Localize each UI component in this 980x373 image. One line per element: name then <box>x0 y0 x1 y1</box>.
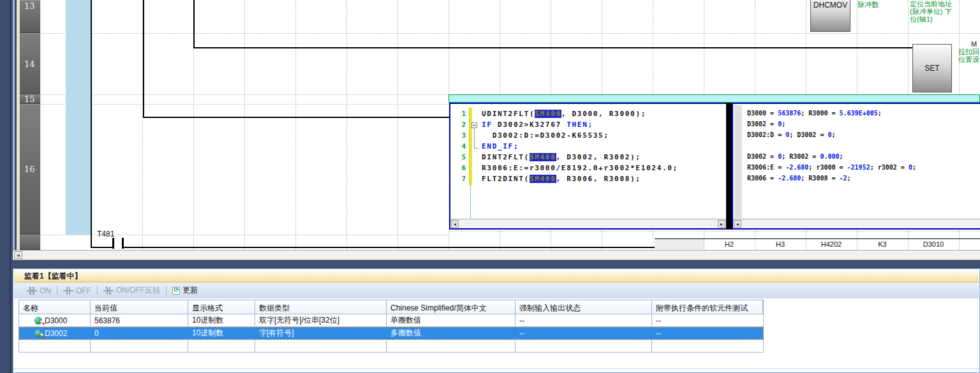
st-code-line[interactable]: 7FLT2DINT(SM400, R3006, R3008); <box>450 175 726 186</box>
toolbar-separator <box>166 286 167 295</box>
st-pane-splitter[interactable] <box>726 103 732 230</box>
watch-cell[interactable] <box>387 340 516 352</box>
cell-text: 0 <box>94 329 99 338</box>
watch-row[interactable] <box>19 340 764 353</box>
column-header[interactable]: 显示格式 <box>188 300 255 314</box>
refresh-button[interactable]: 更新 <box>168 284 202 297</box>
dhcmov-instruction-block[interactable]: DHCMOV <box>810 0 850 32</box>
off-button[interactable]: OFF <box>59 285 95 296</box>
contact-device-label[interactable]: T481 <box>97 230 114 238</box>
scroll-left-arrow-icon[interactable]: ◄ <box>14 251 22 259</box>
watch-title-bar[interactable]: 监看1【监看中】 <box>14 270 979 282</box>
watch-bottom-line <box>13 369 979 369</box>
cell-text: D3002 <box>45 329 67 338</box>
operand-cell[interactable]: D3010 <box>908 240 959 248</box>
display-format-cell[interactable]: 10进制数 <box>188 327 255 339</box>
grid-line <box>40 33 980 34</box>
column-header[interactable]: 附带执行条件的软元件测试 <box>652 300 763 314</box>
contact-off-icon <box>63 287 73 295</box>
ladder-wire <box>124 247 657 248</box>
st-code-editor[interactable]: 1UDINT2FLT(SM400, D3000, R3000);2IF D300… <box>449 103 727 230</box>
current-value-cell[interactable]: 0 <box>91 327 188 339</box>
grid-line <box>397 0 398 250</box>
grid-line <box>244 0 245 250</box>
st-line-number: 7 <box>453 175 466 183</box>
operand-cell[interactable]: K3 <box>857 240 908 248</box>
watch-cell[interactable] <box>652 340 763 352</box>
cell-text: -- <box>519 316 524 325</box>
device-name-cell[interactable]: D3000 <box>19 314 91 326</box>
operand-cell[interactable]: H4202 <box>806 240 857 248</box>
set-instruction-block[interactable]: SET <box>912 44 952 92</box>
watch-table: 名称当前值显示格式数据类型Chinese Simplified/简体中文强制输入… <box>19 300 764 353</box>
column-header[interactable]: Chinese Simplified/简体中文 <box>387 300 516 314</box>
st-monitor-pane[interactable]: D3000 = 563876; R3000 = 5.639E+005;D3002… <box>732 103 980 230</box>
column-header[interactable]: 数据类型 <box>255 300 387 314</box>
watch-cell[interactable] <box>188 340 255 352</box>
watch-cell[interactable] <box>255 340 387 352</box>
st-line-number: 5 <box>453 153 466 161</box>
scroll-right-arrow-icon[interactable]: ► <box>718 220 725 228</box>
column-header[interactable]: 强制输入输出状态 <box>516 300 652 314</box>
toolbar-button-label: ON <box>40 286 51 295</box>
watch-cell[interactable] <box>19 340 91 352</box>
st-monitor-line: R3006 = -2.680; R3008 = -2; <box>747 175 851 186</box>
st-monitor-hscrollbar[interactable]: ◄ <box>733 219 980 228</box>
scroll-left-arrow-icon[interactable]: ◄ <box>451 220 459 228</box>
device-test-cell[interactable]: -- <box>652 327 763 339</box>
ladder-hscrollbar[interactable]: ◄ <box>13 250 980 260</box>
st-code-hscrollbar[interactable]: ◄ ► <box>450 219 726 228</box>
st-code-text: FLT2DINT(SM400, R3006, R3008); <box>482 175 641 183</box>
scroll-left-arrow-icon[interactable]: ◄ <box>734 220 741 228</box>
st-margin-line <box>470 185 471 222</box>
column-header[interactable]: 名称 <box>19 300 91 314</box>
selected-device-text: SM400 <box>530 153 556 161</box>
on-off--button[interactable]: ON/OFF反转 <box>100 284 164 297</box>
ladder-wire <box>193 47 912 48</box>
toolbar-button-label: 更新 <box>182 285 198 296</box>
operand-empty-cell[interactable] <box>655 239 704 250</box>
current-value-cell[interactable]: 563876 <box>91 314 188 326</box>
st-code-line[interactable]: 4END_IF; <box>450 142 726 153</box>
st-code-line[interactable]: 3 D3002:D:=D3002-K65535; <box>450 131 726 142</box>
force-state-cell[interactable]: -- <box>516 314 652 326</box>
cell-text: -- <box>656 316 661 325</box>
instruction-label: DHCMOV <box>813 1 847 10</box>
cell-text: -- <box>519 329 524 338</box>
device-icon <box>34 317 42 325</box>
st-code-text: D3002:D:=D3002-K65535; <box>482 131 609 140</box>
display-format-cell[interactable]: 10进制数 <box>188 314 255 326</box>
st-code-text: DINT2FLT(SM400, D3002, R3002); <box>482 153 641 161</box>
device-icon <box>34 330 42 337</box>
data-type-cell[interactable]: 字[有符号] <box>255 327 387 339</box>
operand-cell[interactable]: H3 <box>755 240 806 248</box>
st-code-line[interactable]: 6R3006:E:=r3000/E8192.0+r3002*E1024.0; <box>450 164 726 175</box>
device-name-cell[interactable]: D3002 <box>19 327 91 339</box>
comment-cell[interactable]: 单圈数值 <box>387 314 516 326</box>
on-button[interactable]: ON <box>23 285 55 296</box>
column-header[interactable]: 当前值 <box>91 300 188 314</box>
force-state-cell[interactable]: -- <box>516 327 652 339</box>
cell-text: 563876 <box>94 316 120 325</box>
device-test-cell[interactable]: -- <box>652 314 763 326</box>
grid-line <box>449 231 980 231</box>
data-type-cell[interactable]: 双字[无符号]/位串[32位] <box>255 314 387 326</box>
watch-cell[interactable] <box>91 340 188 352</box>
ladder-wire <box>91 247 112 248</box>
watch-row[interactable]: D300056387610进制数双字[无符号]/位串[32位]单圈数值---- <box>19 314 764 327</box>
st-code-text: IF D3002>K32767 THEN; <box>482 121 593 129</box>
st-monitor-line: R3006:E = -2.680; r3000 = -21952; r3002 … <box>747 164 916 175</box>
st-box-header[interactable] <box>449 94 980 103</box>
st-code-line[interactable]: 1UDINT2FLT(SM400, D3000, R3000); <box>450 110 726 121</box>
watch-cell[interactable] <box>516 340 652 352</box>
operand-cell[interactable]: H2 <box>704 240 755 248</box>
grid-line <box>346 0 347 250</box>
toolbar-button-label: OFF <box>76 286 91 295</box>
st-code-line[interactable]: 2IF D3002>K32767 THEN; <box>450 121 726 131</box>
watch-row[interactable]: D3002010进制数字[有符号]多圈数值---- <box>19 327 764 340</box>
st-code-line[interactable]: 5DINT2FLT(SM400, D3002, R3002); <box>450 153 726 164</box>
comment-cell[interactable]: 多圈数值 <box>387 327 516 339</box>
refresh-icon <box>172 287 180 295</box>
operand-cell[interactable]: M <box>959 240 980 248</box>
grid-line <box>295 0 296 250</box>
